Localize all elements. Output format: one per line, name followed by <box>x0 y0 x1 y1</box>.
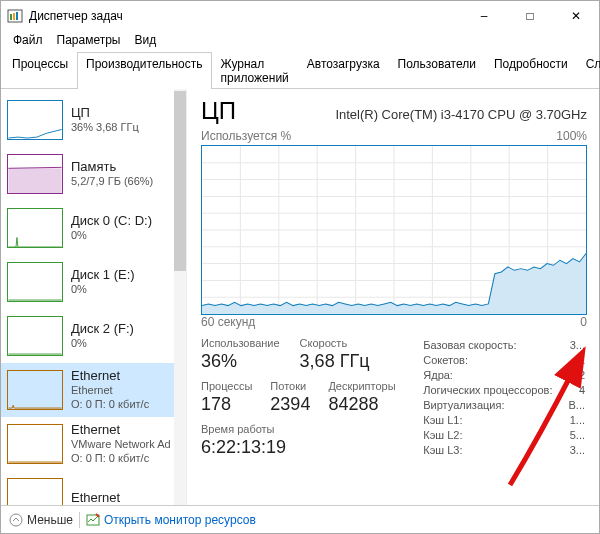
info-value: 3... <box>568 339 585 352</box>
minimize-button[interactable]: – <box>461 1 507 31</box>
info-value: В... <box>568 399 585 412</box>
resmon-icon <box>86 513 100 527</box>
stat-label: Скорость <box>300 337 370 349</box>
tab-app-history[interactable]: Журнал приложений <box>212 52 298 89</box>
chart-label-left: Используется % <box>201 129 291 143</box>
info-value: 1 <box>568 354 585 367</box>
info-value: 4 <box>568 384 585 397</box>
tab-users[interactable]: Пользователи <box>389 52 485 89</box>
sidebar-item-text: EthernetVMware Network AdО: 0 П: 0 кбит/… <box>71 422 171 466</box>
svg-rect-4 <box>8 168 61 193</box>
sidebar-minigraph <box>7 100 63 140</box>
svg-rect-2 <box>13 13 15 20</box>
tab-processes[interactable]: Процессы <box>3 52 77 89</box>
chart-label-right: 100% <box>556 129 587 143</box>
cpu-name: Intel(R) Core(TM) i3-4170 CPU @ 3.70GHz <box>335 107 587 122</box>
window-title-area: Диспетчер задач <box>7 8 123 24</box>
info-key: Кэш L2: <box>423 429 566 442</box>
stat-value: 2394 <box>270 394 310 415</box>
sidebar-item-text: Диск 2 (F:)0% <box>71 321 134 351</box>
stat-value: 84288 <box>328 394 395 415</box>
uptime-label: Время работы <box>201 423 396 435</box>
sidebar-item-3[interactable]: Диск 1 (E:)0% <box>1 255 186 309</box>
info-key: Кэш L1: <box>423 414 566 427</box>
scrollbar-thumb[interactable] <box>174 91 186 271</box>
info-value: 1... <box>568 414 585 427</box>
sidebar-minigraph <box>7 154 63 194</box>
info-key: Виртуализация: <box>423 399 566 412</box>
sidebar-item-1[interactable]: Память5,2/7,9 ГБ (66%) <box>1 147 186 201</box>
stat-value: 3,68 ГГц <box>300 351 370 372</box>
sidebar-minigraph <box>7 370 63 410</box>
sidebar-item-7[interactable]: Ethernet <box>1 471 186 505</box>
sidebar-item-text: ЦП36% 3,68 ГГц <box>71 105 139 135</box>
tab-services[interactable]: Службы <box>577 52 600 89</box>
sidebar-item-0[interactable]: ЦП36% 3,68 ГГц <box>1 93 186 147</box>
sidebar-minigraph <box>7 208 63 248</box>
taskmgr-icon <box>7 8 23 24</box>
sidebar-minigraph <box>7 424 63 464</box>
tab-details[interactable]: Подробности <box>485 52 577 89</box>
fewer-details-button[interactable]: Меньше <box>9 513 73 527</box>
sidebar-item-6[interactable]: EthernetVMware Network AdО: 0 П: 0 кбит/… <box>1 417 186 471</box>
svg-rect-3 <box>16 12 18 20</box>
menu-file[interactable]: Файл <box>7 31 49 49</box>
cpu-usage-chart <box>201 145 587 315</box>
info-value: 5... <box>568 429 585 442</box>
svg-point-23 <box>10 514 22 526</box>
sidebar-list[interactable]: ЦП36% 3,68 ГГцПамять5,2/7,9 ГБ (66%)Диск… <box>1 89 186 505</box>
sidebar-minigraph <box>7 316 63 356</box>
sidebar-minigraph <box>7 262 63 302</box>
open-resmon-link[interactable]: Открыть монитор ресурсов <box>86 513 256 527</box>
sidebar-item-text: Ethernet <box>71 490 120 505</box>
stat-value: 178 <box>201 394 252 415</box>
divider <box>79 512 80 528</box>
sidebar-item-text: Диск 1 (E:)0% <box>71 267 135 297</box>
stat-value: 36% <box>201 351 280 372</box>
window-title: Диспетчер задач <box>29 9 123 23</box>
perf-heading: ЦП <box>201 97 236 125</box>
chevron-up-circle-icon <box>9 513 23 527</box>
sidebar-item-4[interactable]: Диск 2 (F:)0% <box>1 309 186 363</box>
info-key: Сокетов: <box>423 354 566 367</box>
menu-options[interactable]: Параметры <box>51 31 127 49</box>
info-key: Логических процессоров: <box>423 384 566 397</box>
axis-right: 0 <box>580 315 587 329</box>
sidebar-item-2[interactable]: Диск 0 (C: D:)0% <box>1 201 186 255</box>
uptime-value: 6:22:13:19 <box>201 437 396 458</box>
sidebar-item-5[interactable]: EthernetEthernetО: 0 П: 0 кбит/с <box>1 363 186 417</box>
info-key: Кэш L3: <box>423 444 566 457</box>
scrollbar-track[interactable] <box>174 89 186 505</box>
tab-performance[interactable]: Производительность <box>77 52 211 89</box>
info-value: 3... <box>568 444 585 457</box>
sidebar-item-text: EthernetEthernetО: 0 П: 0 кбит/с <box>71 368 149 412</box>
sidebar-item-text: Диск 0 (C: D:)0% <box>71 213 152 243</box>
info-value: 2 <box>568 369 585 382</box>
menu-view[interactable]: Вид <box>128 31 162 49</box>
stat-label: Потоки <box>270 380 310 392</box>
info-key: Ядра: <box>423 369 566 382</box>
sidebar-minigraph <box>7 478 63 505</box>
svg-rect-1 <box>10 14 12 20</box>
cpu-info-table: Базовая скорость:3...Сокетов:1Ядра:2Логи… <box>421 337 587 459</box>
tab-startup[interactable]: Автозагрузка <box>298 52 389 89</box>
info-key: Базовая скорость: <box>423 339 566 352</box>
close-button[interactable]: ✕ <box>553 1 599 31</box>
stat-label: Процессы <box>201 380 252 392</box>
stat-label: Дескрипторы <box>328 380 395 392</box>
svg-line-25 <box>96 514 99 517</box>
axis-left: 60 секунд <box>201 315 255 329</box>
stat-label: Использование <box>201 337 280 349</box>
sidebar-item-text: Память5,2/7,9 ГБ (66%) <box>71 159 153 189</box>
maximize-button[interactable]: □ <box>507 1 553 31</box>
